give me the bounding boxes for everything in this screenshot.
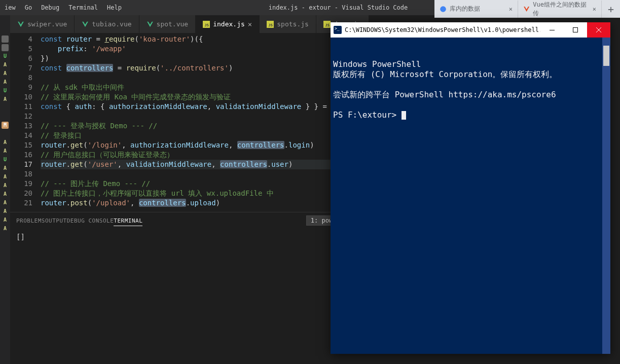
browser-tabstrip: 库内的数据×Vue组件之间的数据传×+ (434, 0, 620, 18)
svg-point-8 (440, 6, 446, 12)
menu-help[interactable]: Help (102, 4, 126, 11)
svg-rect-9 (550, 30, 555, 30)
svg-rect-10 (573, 28, 578, 32)
gutter-mark: U (2, 87, 9, 94)
powershell-body[interactable]: Windows PowerShell版权所有 (C) Microsoft Cor… (331, 38, 610, 354)
gutter-mark: A (2, 199, 9, 206)
gutter-mark: A (2, 96, 9, 103)
ps-minimize-button[interactable] (540, 22, 564, 38)
code-editor[interactable]: 456789101112131415161718192021 const rou… (10, 33, 369, 212)
browser-tab[interactable]: Vue组件之间的数据传× (518, 1, 602, 18)
code-lines[interactable]: const router = require('koa-router')({ p… (41, 33, 348, 208)
gutter-mark: U (2, 156, 9, 163)
svg-text:JS: JS (325, 23, 329, 27)
panel-tab-output[interactable]: OUTPUT (45, 217, 67, 224)
tab-spots.js[interactable]: JSspots.js (260, 15, 316, 33)
gutter-mark: A (2, 148, 9, 155)
gutter-mark: M (2, 122, 9, 129)
gutter-mark: A (2, 216, 9, 224)
gutter-mark: A (2, 173, 9, 180)
bottom-panel: PROBLEMSOUTPUTDEBUG CONSOLETERMINAL 1: p… (10, 212, 369, 364)
tab-swiper.vue[interactable]: swiper.vue (10, 15, 75, 33)
browser-tab[interactable]: 库内的数据× (434, 1, 518, 18)
powershell-window[interactable]: C:\WINDOWS\System32\WindowsPowerShell\v1… (331, 22, 610, 354)
ps-close-button[interactable] (587, 22, 610, 38)
gutter-mark: A (2, 165, 9, 172)
panel-tab-terminal[interactable]: TERMINAL (114, 217, 142, 226)
terminal-body[interactable]: [] (10, 229, 369, 364)
scm-gutter: UAAAUAMAAUAAAAAAAA (0, 15, 10, 364)
tab-spot.vue[interactable]: spot.vue (139, 15, 196, 33)
gutter-mark (2, 44, 9, 51)
menu-terminal[interactable]: Terminal (64, 4, 102, 11)
tab-close-icon[interactable]: × (248, 20, 252, 28)
tab-tubiao.vue[interactable]: tubiao.vue (75, 15, 139, 33)
gutter-mark (2, 35, 9, 43)
close-icon[interactable]: × (509, 6, 513, 13)
gutter-mark: A (2, 191, 9, 198)
powershell-icon (334, 26, 342, 34)
gutter-mark (2, 113, 9, 120)
menu-iew[interactable]: iew (0, 4, 20, 11)
gutter-mark: A (2, 79, 9, 86)
svg-text:JS: JS (269, 23, 273, 27)
ps-maximize-button[interactable] (564, 22, 587, 38)
gutter-mark: A (2, 139, 9, 146)
panel-tab-problems[interactable]: PROBLEMS (16, 217, 45, 224)
gutter-mark: A (2, 70, 9, 77)
svg-text:JS: JS (205, 23, 209, 27)
new-tab-button[interactable]: + (602, 3, 620, 15)
editor-tabs: swiper.vuetubiao.vuespot.vueJSindex.js×J… (10, 15, 369, 33)
gutter-mark: A (2, 61, 9, 68)
tab-index.js[interactable]: JSindex.js× (196, 15, 260, 33)
menu-go[interactable]: Go (20, 4, 37, 11)
gutter-mark: U (2, 53, 9, 60)
gutter-mark: A (2, 225, 9, 232)
powershell-title-text: C:\WINDOWS\System32\WindowsPowerShell\v1… (345, 26, 540, 33)
menu-debug[interactable]: Debug (37, 4, 64, 11)
gutter-mark (2, 130, 9, 137)
close-icon[interactable]: × (593, 6, 596, 13)
gutter-mark (2, 104, 9, 112)
ps-scrollbar[interactable] (602, 38, 610, 354)
gutter-mark: A (2, 208, 9, 215)
panel-tab-debug console[interactable]: DEBUG CONSOLE (67, 217, 114, 224)
powershell-titlebar[interactable]: C:\WINDOWS\System32\WindowsPowerShell\v1… (331, 22, 610, 38)
ps-cursor (402, 111, 406, 120)
line-numbers: 456789101112131415161718192021 (10, 33, 41, 208)
gutter-mark: A (2, 182, 9, 189)
